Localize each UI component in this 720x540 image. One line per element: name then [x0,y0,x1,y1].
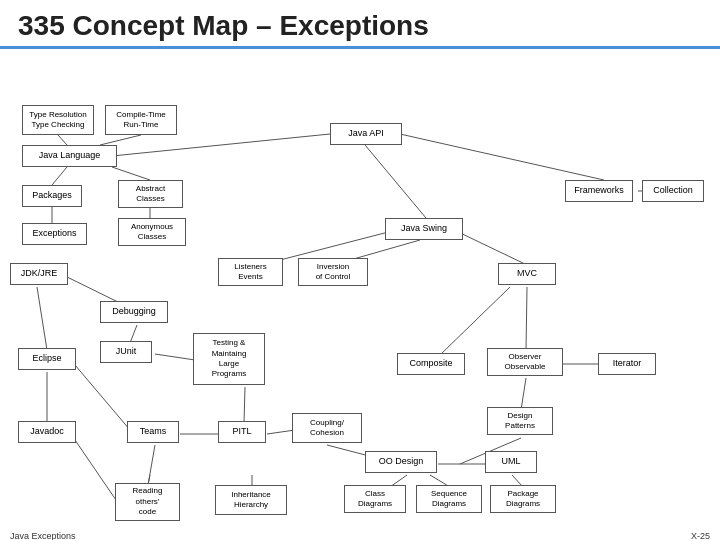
exceptions-box: Exceptions [22,223,87,245]
svg-line-4 [112,134,330,156]
svg-line-16 [155,354,195,360]
svg-line-14 [65,276,120,303]
svg-line-2 [52,167,67,185]
svg-line-9 [365,145,426,218]
svg-line-30 [521,378,526,410]
observer-observable-box: ObserverObservable [487,348,563,376]
svg-line-5 [400,134,604,180]
java-language-box: Java Language [22,145,117,167]
footer-right-label: X-25 [691,531,710,540]
iterator-box: Iterator [598,353,656,375]
svg-line-12 [452,229,527,265]
abstract-classes-box: AbstractClasses [118,180,183,208]
coupling-cohesion-box: Coupling/Cohesion [292,413,362,443]
debugging-box: Debugging [100,301,168,323]
jdk-jre-box: JDK/JRE [10,263,68,285]
svg-line-10 [280,229,400,260]
package-diagrams-box: PackageDiagrams [490,485,556,513]
svg-line-13 [37,287,47,350]
java-swing-box: Java Swing [385,218,463,240]
svg-line-20 [267,430,295,434]
svg-line-18 [75,365,130,430]
svg-line-34 [148,445,155,485]
java-api-box: Java API [330,123,402,145]
reading-others-code-box: Readingothers'code [115,483,180,521]
sequence-diagrams-box: SequenceDiagrams [416,485,482,513]
page-title: 335 Concept Map – Exceptions [0,0,720,49]
svg-line-27 [526,287,527,350]
teams-box: Teams [127,421,179,443]
junit-box: JUnit [100,341,152,363]
packages-box: Packages [22,185,82,207]
svg-line-1 [100,135,141,145]
compile-time-box: Compile-Time Run-Time [105,105,177,135]
composite-box: Composite [397,353,465,375]
svg-line-3 [112,167,150,180]
uml-box: UML [485,451,537,473]
mvc-box: MVC [498,263,556,285]
svg-line-0 [58,135,67,145]
testing-box: Testing &MaintaingLargePrograms [193,333,265,385]
design-patterns-box: DesignPatterns [487,407,553,435]
javadoc-box: Javadoc [18,421,76,443]
oo-design-box: OO Design [365,451,437,473]
frameworks-box: Frameworks [565,180,633,202]
type-resolution-box: Type Resolution Type Checking [22,105,94,135]
svg-line-35 [75,440,118,503]
inheritance-hierarchy-box: InheritanceHierarchy [215,485,287,515]
svg-line-31 [244,387,245,423]
svg-line-28 [440,287,510,355]
footer-left-label: Java Exceptions [10,531,76,540]
eclipse-box: Eclipse [18,348,76,370]
inversion-of-control-box: Inversionof Control [298,258,368,286]
collection-box: Collection [642,180,704,202]
svg-line-11 [350,240,420,260]
listeners-events-box: ListenersEvents [218,258,283,286]
anonymous-classes-box: AnonymousClasses [118,218,186,246]
class-diagrams-box: ClassDiagrams [344,485,406,513]
pitl-box: PITL [218,421,266,443]
